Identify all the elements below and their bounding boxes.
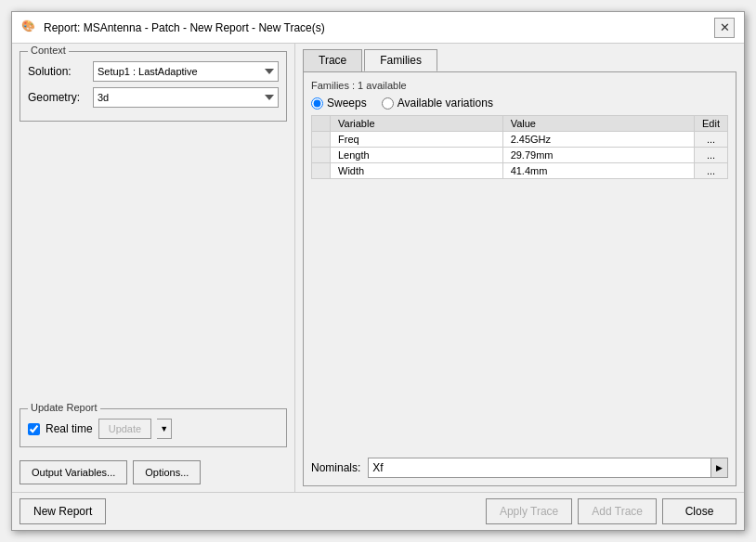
cell-edit-2[interactable]: ... xyxy=(695,163,728,179)
update-button[interactable]: Update xyxy=(98,419,151,439)
tab-content-families: Families : 1 available Sweeps Available … xyxy=(303,71,736,486)
content-area: Context Solution: Setup1 : LastAdaptive … xyxy=(12,44,744,492)
geometry-label: Geometry: xyxy=(28,91,93,104)
close-titlebar-button[interactable]: ✕ xyxy=(714,18,735,38)
variable-table: Variable Value Edit Freq 2.45GHz ... Len… xyxy=(311,115,728,179)
realtime-label[interactable]: Real time xyxy=(46,422,93,435)
sweeps-radio[interactable] xyxy=(311,97,323,110)
col-value: Value xyxy=(502,116,694,132)
left-spacer xyxy=(20,129,287,401)
nominals-input-wrap: ▶ xyxy=(368,458,728,478)
cell-variable-2: Width xyxy=(331,163,503,179)
update-report-title: Update Report xyxy=(28,402,100,413)
cell-variable-1: Length xyxy=(331,148,503,163)
cell-edit-1[interactable]: ... xyxy=(695,148,728,163)
nominals-arrow-button[interactable]: ▶ xyxy=(710,458,727,477)
variations-radio-label[interactable]: Available variations xyxy=(382,97,493,110)
sweeps-label: Sweeps xyxy=(327,97,367,110)
row-num-0 xyxy=(312,132,331,148)
right-spacer xyxy=(311,185,728,446)
tab-trace[interactable]: Trace xyxy=(303,49,362,71)
row-num-1 xyxy=(312,148,331,163)
cell-value-2: 41.4mm xyxy=(502,163,694,179)
options-button[interactable]: Options... xyxy=(133,460,201,484)
cell-value-1: 29.79mm xyxy=(502,148,694,163)
new-report-button[interactable]: New Report xyxy=(20,498,106,524)
table-body: Freq 2.45GHz ... Length 29.79mm ... Widt… xyxy=(312,132,728,179)
right-panel: Trace Families Families : 1 available Sw… xyxy=(295,44,744,492)
title-bar-left: 🎨 Report: MSAntenna - Patch - New Report… xyxy=(21,19,325,36)
main-dialog: 🎨 Report: MSAntenna - Patch - New Report… xyxy=(11,11,745,531)
app-icon: 🎨 xyxy=(21,19,38,36)
apply-trace-button[interactable]: Apply Trace xyxy=(486,498,572,524)
cell-edit-0[interactable]: ... xyxy=(695,132,728,148)
row-num-2 xyxy=(312,163,331,179)
solution-select[interactable]: Setup1 : LastAdaptive xyxy=(93,61,279,82)
table-row: Freq 2.45GHz ... xyxy=(312,132,728,148)
title-bar: 🎨 Report: MSAntenna - Patch - New Report… xyxy=(12,12,744,44)
context-group-title: Context xyxy=(28,45,69,56)
col-num xyxy=(312,116,331,132)
update-dropdown-button[interactable]: ▼ xyxy=(157,419,172,439)
nominals-input[interactable] xyxy=(369,461,710,474)
solution-row: Solution: Setup1 : LastAdaptive xyxy=(28,61,279,82)
radio-row: Sweeps Available variations xyxy=(311,97,728,110)
footer-buttons: New Report Apply Trace Add Trace Close xyxy=(12,492,744,530)
realtime-checkbox[interactable] xyxy=(28,423,40,435)
left-panel: Context Solution: Setup1 : LastAdaptive … xyxy=(12,44,295,492)
dialog-title: Report: MSAntenna - Patch - New Report -… xyxy=(44,21,325,34)
context-group: Context Solution: Setup1 : LastAdaptive … xyxy=(20,51,287,122)
nominals-label: Nominals: xyxy=(311,461,360,474)
close-button[interactable]: Close xyxy=(662,498,736,524)
geometry-select[interactable]: 3d xyxy=(93,87,279,108)
realtime-row: Real time Update ▼ xyxy=(28,419,279,439)
col-variable: Variable xyxy=(331,116,503,132)
geometry-row: Geometry: 3d xyxy=(28,87,279,108)
table-header: Variable Value Edit xyxy=(312,116,728,132)
variations-radio[interactable] xyxy=(382,97,394,110)
sweeps-radio-label[interactable]: Sweeps xyxy=(311,97,367,110)
left-bottom-buttons: Output Variables... Options... xyxy=(20,455,287,484)
update-report-group: Update Report Real time Update ▼ xyxy=(20,408,287,447)
solution-label: Solution: xyxy=(28,65,93,78)
table-row: Width 41.4mm ... xyxy=(312,163,728,179)
families-header: Families : 1 available xyxy=(311,80,728,91)
cell-variable-0: Freq xyxy=(331,132,503,148)
cell-value-0: 2.45GHz xyxy=(502,132,694,148)
variations-label: Available variations xyxy=(398,97,493,110)
tab-bar: Trace Families xyxy=(303,49,736,71)
output-variables-button[interactable]: Output Variables... xyxy=(20,460,127,484)
tab-families[interactable]: Families xyxy=(364,49,437,71)
col-edit: Edit xyxy=(695,116,728,132)
nominals-row: Nominals: ▶ xyxy=(311,452,728,478)
add-trace-button[interactable]: Add Trace xyxy=(578,498,657,524)
table-row: Length 29.79mm ... xyxy=(312,148,728,163)
